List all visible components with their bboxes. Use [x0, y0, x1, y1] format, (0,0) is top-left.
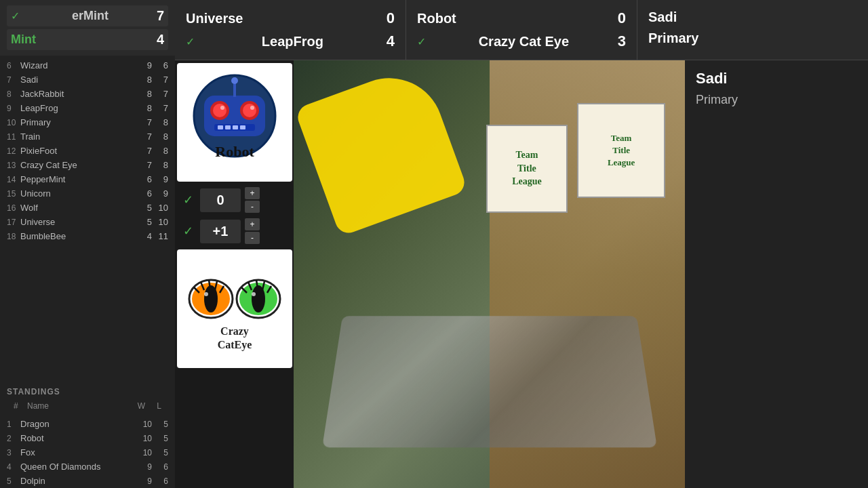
universe-name: Universe	[186, 11, 243, 26]
match-item-pixiefoot[interactable]: 12 PixieFoot 7 8	[0, 144, 175, 158]
cce-check-icon: ✓	[417, 35, 426, 48]
match-item-wizard[interactable]: 6 Wizard 9 6	[0, 58, 175, 73]
standing-item-dragon[interactable]: 1 Dragon 10 5	[0, 417, 175, 431]
svg-point-5	[243, 104, 256, 117]
standings-list: 1 Dragon 10 5 2 Robot 10 5 3 Fox 10 5 4 …	[0, 417, 175, 488]
cce-name: Crazy Cat Eye	[479, 34, 569, 49]
left-panel: Robot ✓ 0 + - ✓ +1 + -	[175, 60, 294, 488]
score-row-top: ✓ erMint 7	[7, 5, 168, 26]
universe-score: 0	[387, 9, 395, 27]
leapfrog-check-icon: ✓	[186, 35, 195, 48]
robot-score-display: 0	[200, 188, 241, 212]
standings-section: STANDINGS # Name W L	[0, 380, 175, 417]
robot-team-card: Robot	[177, 63, 292, 182]
bar-row-sadi: Sadi	[648, 7, 857, 28]
svg-point-28	[252, 292, 256, 296]
robot-score: 0	[618, 9, 626, 27]
leapfrog-name: LeapFrog	[262, 34, 323, 49]
team-score-top: 7	[157, 8, 164, 24]
svg-rect-10	[225, 125, 231, 129]
match-item-unicorn[interactable]: 15 Unicorn 6 9	[0, 186, 175, 201]
cce-check-btn[interactable]: ✓	[180, 221, 196, 241]
main-content: Universe 0 ✓ LeapFrog 4 Robot 0 ✓ Crazy …	[175, 0, 868, 488]
score-bars: Universe 0 ✓ LeapFrog 4 Robot 0 ✓ Crazy …	[175, 0, 868, 60]
bar-row-leapfrog: ✓ LeapFrog 4	[186, 30, 395, 53]
svg-text:CatEye: CatEye	[217, 339, 252, 351]
svg-rect-12	[240, 125, 245, 129]
cce-minus-btn[interactable]: -	[245, 232, 260, 244]
robot-minus-btn[interactable]: -	[245, 201, 260, 213]
svg-text:Robot: Robot	[215, 143, 254, 160]
cce-plus-minus: + -	[245, 218, 260, 244]
score-bar-sadi: Sadi Primary	[637, 0, 868, 60]
score-control-cce: ✓ +1 + -	[175, 216, 294, 247]
cce-plus-btn[interactable]: +	[245, 218, 260, 230]
leapfrog-score: 4	[387, 33, 395, 50]
svg-rect-13	[233, 82, 236, 97]
match-item-primary[interactable]: 10 Primary 7 8	[0, 115, 175, 129]
team-title-sign-1: TeamTitleLeague	[486, 125, 568, 213]
match-item-wolf[interactable]: 16 Wolf 5 10	[0, 201, 175, 215]
svg-point-7	[250, 106, 254, 110]
robot-check-btn[interactable]: ✓	[180, 190, 196, 210]
robot-plus-minus: + -	[245, 187, 260, 213]
team-title-sign-2: TeamTitleLeague	[577, 103, 665, 198]
svg-point-4	[213, 104, 226, 117]
team-name-mint: Mint	[11, 33, 36, 47]
metal-ramp	[322, 316, 657, 447]
match-item-train[interactable]: 11 Train 7 8	[0, 129, 175, 144]
cce-team-card: Crazy CatEye	[177, 249, 292, 368]
cce-score-display: +1	[200, 220, 241, 243]
middle-section: Robot ✓ 0 + - ✓ +1 + -	[175, 60, 868, 488]
standing-item-robot[interactable]: 2 Robot 10 5	[0, 431, 175, 445]
svg-point-19	[204, 292, 208, 296]
score-bar-universe: Universe 0 ✓ LeapFrog 4	[175, 0, 406, 60]
svg-rect-11	[233, 125, 238, 129]
match-list: 6 Wizard 9 6 7 Sadi 8 7 8 JackRabbit 8 7…	[0, 56, 175, 380]
standing-item-dolpin[interactable]: 5 Dolpin 9 6	[0, 474, 175, 488]
robot-name: Robot	[417, 11, 456, 26]
right-subtitle: Primary	[685, 90, 868, 117]
cce-score: 3	[618, 33, 626, 50]
match-item-bumblebee[interactable]: 18 BumbleBee 4 11	[0, 229, 175, 243]
score-control-robot: ✓ 0 + -	[175, 184, 294, 216]
sadi-name: Sadi	[648, 9, 677, 25]
robot-plus-btn[interactable]: +	[245, 187, 260, 199]
yellow-object	[294, 62, 468, 236]
team-name-top: erMint	[72, 9, 108, 23]
match-item-cce[interactable]: 13 Crazy Cat Eye 7 8	[0, 158, 175, 172]
video-area: TeamTitleLeague TeamTitleLeague	[294, 60, 685, 488]
check-icon-top: ✓	[11, 9, 20, 22]
match-item-universe[interactable]: 17 Universe 5 10	[0, 215, 175, 229]
match-item-leapfrog[interactable]: 9 LeapFrog 8 7	[0, 101, 175, 115]
team-score-mint: 4	[157, 32, 164, 47]
match-item-peppermint[interactable]: 14 PepperMint 6 9	[0, 172, 175, 186]
video-placeholder: TeamTitleLeague TeamTitleLeague	[294, 60, 685, 488]
bar-row-universe: Universe 0	[186, 7, 395, 30]
right-panel: Sadi Primary	[685, 60, 868, 488]
standing-item-fox[interactable]: 3 Fox 10 5	[0, 445, 175, 460]
svg-point-6	[220, 106, 224, 110]
score-header: ✓ erMint 7 Mint 4	[0, 0, 175, 56]
svg-text:Crazy: Crazy	[220, 325, 249, 338]
match-item-jackrabbit[interactable]: 8 JackRabbit 8 7	[0, 87, 175, 101]
standings-header: # Name W L	[7, 399, 168, 413]
svg-point-14	[231, 77, 238, 84]
svg-rect-9	[218, 125, 223, 129]
right-team-name: Sadi	[685, 60, 868, 90]
standing-item-qod[interactable]: 4 Queen Of Diamonds 9 6	[0, 460, 175, 474]
match-item-sadi[interactable]: 7 Sadi 8 7	[0, 73, 175, 87]
primary-name: Primary	[648, 30, 699, 46]
bar-row-cce: ✓ Crazy Cat Eye 3	[417, 30, 626, 53]
bar-row-primary: Primary	[648, 28, 857, 49]
bar-row-robot: Robot 0	[417, 7, 626, 30]
score-bar-robot: Robot 0 ✓ Crazy Cat Eye 3	[406, 0, 637, 60]
standings-title: STANDINGS	[7, 384, 168, 399]
score-row-bottom: Mint 4	[7, 29, 168, 50]
sidebar: ✓ erMint 7 Mint 4 6 Wizard 9 6 7 Sadi 8 …	[0, 0, 175, 488]
